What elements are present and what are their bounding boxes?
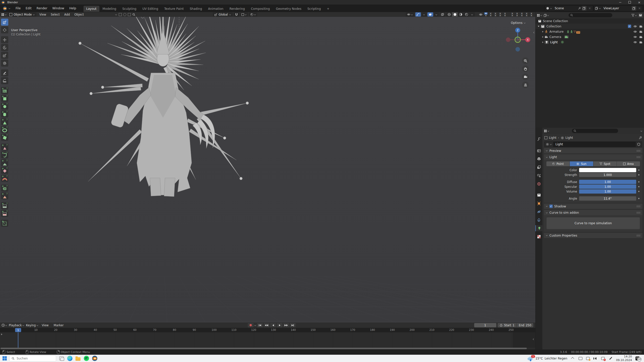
selectability-visibility-dropdown[interactable] bbox=[406, 12, 414, 17]
light-browse-button[interactable] bbox=[544, 142, 553, 147]
timeline-scrollbar[interactable] bbox=[1, 348, 527, 349]
missing-icon-button[interactable] bbox=[510, 12, 515, 17]
diffuse-slider[interactable]: 1.00 bbox=[579, 180, 636, 184]
pin-icon[interactable] bbox=[578, 7, 581, 10]
add-volcano-tool[interactable]: +? bbox=[1, 192, 8, 199]
disable-render-icon[interactable] bbox=[639, 36, 642, 38]
frame-tick[interactable]: 220 bbox=[449, 328, 454, 331]
remove-viewlayer-icon[interactable]: × bbox=[637, 7, 642, 10]
frame-tick[interactable]: 160 bbox=[330, 328, 335, 331]
volume-slider[interactable]: 1.00 bbox=[579, 189, 636, 194]
search-input[interactable] bbox=[16, 356, 45, 360]
tab-world[interactable] bbox=[536, 181, 542, 187]
filter-button[interactable] bbox=[631, 14, 637, 17]
viewlayer-selector[interactable]: ViewLayer × bbox=[594, 5, 643, 11]
light-type-sun[interactable]: Sun bbox=[570, 161, 593, 166]
menu-select[interactable]: Select bbox=[49, 12, 61, 17]
timeline-tracks[interactable] bbox=[0, 332, 535, 348]
tab-layout[interactable]: Layout bbox=[84, 6, 99, 12]
missing-icon-button[interactable] bbox=[488, 12, 493, 17]
angle-field[interactable]: 11.4° bbox=[579, 196, 636, 201]
menu-file[interactable]: File bbox=[13, 6, 23, 11]
hide-eye-icon[interactable] bbox=[633, 36, 637, 38]
drag-grip-icon[interactable] bbox=[636, 235, 640, 237]
frame-tick[interactable]: 90 bbox=[193, 328, 196, 331]
animate-dot-icon[interactable] bbox=[638, 174, 639, 175]
menu-view[interactable]: View bbox=[37, 12, 48, 17]
tab-physics[interactable] bbox=[536, 209, 542, 215]
frame-tick[interactable]: 80 bbox=[173, 328, 176, 331]
frame-tick[interactable]: 180 bbox=[370, 328, 375, 331]
camera-view-button[interactable] bbox=[522, 73, 529, 80]
panel-curve-header[interactable]: Curve to sim addon bbox=[544, 210, 642, 215]
shading-rendered-button[interactable] bbox=[464, 12, 469, 17]
spotify-button[interactable] bbox=[83, 355, 89, 361]
annotate-tool[interactable] bbox=[1, 69, 8, 76]
add-rainbow-tool[interactable]: +? bbox=[1, 175, 8, 182]
tab-animation[interactable]: Animation bbox=[205, 6, 226, 12]
taskbar-search[interactable] bbox=[9, 355, 56, 361]
drag-grip-icon[interactable] bbox=[636, 212, 640, 214]
frame-tick[interactable]: 210 bbox=[429, 328, 434, 331]
frame-tick[interactable]: 170 bbox=[350, 328, 355, 331]
outliner-row-camera[interactable]: Camera bbox=[536, 34, 644, 39]
missing-icon-button[interactable] bbox=[529, 12, 534, 17]
frame-tick[interactable]: 50 bbox=[113, 328, 117, 331]
frame-tick[interactable]: 190 bbox=[390, 328, 395, 331]
widget-icon[interactable] bbox=[128, 13, 131, 16]
notification-center-button[interactable]: 10 bbox=[635, 357, 639, 360]
add-box-wave-tool[interactable]: +? bbox=[1, 202, 8, 209]
shading-dropdown[interactable] bbox=[469, 12, 475, 17]
add-cylinder-tool[interactable]: +? bbox=[1, 110, 8, 117]
expand-arrow-icon[interactable] bbox=[538, 26, 539, 27]
model-statue[interactable] bbox=[0, 12, 535, 323]
transform-orientation-selector[interactable]: Global bbox=[213, 12, 233, 17]
tab-texture-paint[interactable]: Texture Paint bbox=[162, 6, 186, 12]
tab-texture[interactable] bbox=[536, 234, 542, 240]
add-mesh-extra-tool[interactable]: +? bbox=[1, 87, 8, 94]
frame-tick[interactable]: 70 bbox=[153, 328, 156, 331]
frame-tick[interactable]: 140 bbox=[291, 328, 296, 331]
tray-expand-button[interactable] bbox=[571, 357, 575, 360]
hide-eye-icon[interactable] bbox=[633, 41, 637, 43]
sync-error-tray-icon[interactable] bbox=[601, 357, 605, 360]
widget-icon[interactable] bbox=[119, 13, 122, 16]
animate-dot-icon[interactable] bbox=[638, 191, 639, 192]
pen-tray-icon[interactable] bbox=[609, 357, 613, 360]
show-gizmo-toggle[interactable] bbox=[415, 12, 421, 17]
hide-eye-icon[interactable] bbox=[633, 25, 637, 28]
outliner-search[interactable] bbox=[569, 13, 612, 17]
menu-playback[interactable]: Playback bbox=[9, 324, 24, 327]
menu-render[interactable]: Render bbox=[34, 6, 50, 11]
color-swatch[interactable] bbox=[579, 168, 636, 172]
show-overlays-toggle[interactable] bbox=[427, 12, 433, 17]
move-tool[interactable] bbox=[1, 36, 8, 43]
frame-tick[interactable]: 100 bbox=[212, 328, 217, 331]
menu-window[interactable]: Window bbox=[50, 6, 66, 11]
panel-shadow-header[interactable]: Shadow bbox=[544, 204, 642, 209]
tab-view-layer[interactable] bbox=[536, 164, 542, 170]
add-cube-tool[interactable]: +? bbox=[1, 95, 8, 102]
eye-icon[interactable] bbox=[479, 13, 482, 16]
missing-icon-button[interactable] bbox=[498, 12, 503, 17]
toggle-xray-button[interactable] bbox=[440, 12, 445, 17]
tab-object[interactable] bbox=[536, 200, 542, 206]
add-torus-tool[interactable]: +? bbox=[1, 126, 8, 133]
animate-dot-icon[interactable] bbox=[638, 198, 639, 199]
mode-selector[interactable]: Object Mode bbox=[8, 12, 36, 17]
frame-tick[interactable]: 130 bbox=[271, 328, 276, 331]
cursor-tool[interactable] bbox=[1, 26, 8, 33]
perspective-toggle-button[interactable] bbox=[522, 81, 529, 88]
panel-preview-header[interactable]: Preview bbox=[544, 148, 642, 153]
add-gem-tool[interactable]: +? bbox=[1, 167, 8, 174]
channel-expand-icon[interactable] bbox=[1, 334, 3, 335]
add-cone-tool[interactable]: +? bbox=[1, 118, 8, 125]
missing-icon-button[interactable] bbox=[503, 12, 507, 17]
blender-menu-button[interactable] bbox=[0, 5, 13, 12]
start-frame-field[interactable]: Start1 bbox=[498, 323, 516, 327]
menu-marker[interactable]: Marker bbox=[52, 323, 65, 328]
tab-constraints[interactable] bbox=[536, 217, 542, 223]
disable-render-icon[interactable] bbox=[639, 25, 642, 28]
add-workspace-button[interactable]: + bbox=[324, 6, 332, 12]
next-keyframe-button[interactable] bbox=[283, 323, 289, 327]
